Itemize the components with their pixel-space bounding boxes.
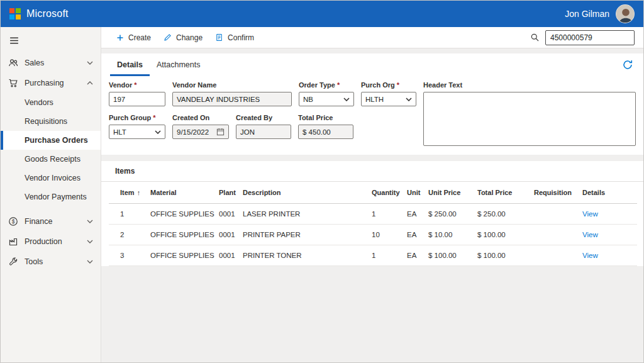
sidebar-item-vendors[interactable]: Vendors — [1, 93, 101, 112]
tab-details[interactable]: Details — [110, 53, 150, 76]
purch-group-label: Purch Group* — [109, 114, 165, 121]
create-button[interactable]: Create — [110, 31, 157, 45]
chevron-down-icon — [155, 130, 161, 134]
confirm-button[interactable]: Confirm — [209, 31, 260, 45]
col-details[interactable]: Details — [582, 182, 637, 204]
col-quantity[interactable]: Quantity — [372, 182, 407, 204]
sidebar-item-vendor-payments[interactable]: Vendor Payments — [1, 187, 101, 206]
search-input[interactable] — [545, 30, 635, 45]
tab-attachments[interactable]: Attachments — [150, 53, 207, 76]
required-asterisk: * — [134, 81, 136, 89]
required-asterisk: * — [153, 114, 155, 121]
plus-icon — [116, 34, 124, 42]
confirm-button-label: Confirm — [228, 33, 254, 42]
svg-text:$: $ — [12, 218, 15, 225]
cell-material: OFFICE SUPPLIES — [150, 245, 219, 266]
factory-icon — [8, 237, 18, 247]
sidebar-item-vendor-invoices[interactable]: Vendor Invoices — [1, 169, 101, 187]
form-row-2: Purch Group* HLT — [109, 114, 416, 139]
items-panel: Items Item↑ Material Plant — [101, 161, 643, 266]
col-total-price[interactable]: Total Price — [477, 182, 534, 204]
cell-details: View — [582, 204, 637, 225]
order-type-select[interactable]: NB — [299, 92, 354, 106]
sidebar: Sales Purchasing — [1, 27, 101, 362]
col-requisition[interactable]: Requisition — [534, 182, 582, 204]
sort-ascending-icon: ↑ — [137, 189, 141, 196]
sidebar-item-sales[interactable]: Sales — [1, 53, 101, 73]
cell-description: LASER PRINTER — [243, 204, 372, 225]
sidebar-nav: Sales Purchasing — [1, 53, 101, 272]
order-form: Vendor* Vendor Name VANDELAY INDUSTRIES — [101, 76, 643, 155]
header-text-label: Header Text — [423, 81, 636, 89]
sidebar-item-goods-receipts[interactable]: Goods Receipts — [1, 150, 101, 169]
cart-icon — [8, 78, 18, 88]
sidebar-item-requisitions[interactable]: Requisitions — [1, 112, 101, 131]
vendor-name-field: VANDELAY INDUSTRIES — [172, 92, 292, 106]
vendor-name-value: VANDELAY INDUSTRIES — [177, 96, 260, 103]
view-link[interactable]: View — [582, 252, 598, 259]
cell-unit-price: $ 250.00 — [428, 204, 477, 225]
wrench-icon — [8, 257, 18, 267]
total-price-field: $ 450.00 — [298, 125, 353, 139]
search-icon[interactable] — [530, 33, 540, 42]
col-material[interactable]: Material — [150, 182, 219, 204]
cell-unit: EA — [407, 245, 428, 266]
purch-group-select[interactable]: HLT — [109, 125, 165, 139]
items-title: Items — [101, 161, 643, 182]
refresh-icon[interactable] — [621, 58, 635, 72]
created-by-label: Created By — [236, 114, 291, 121]
total-price-label: Total Price — [298, 114, 353, 121]
cell-requisition — [534, 245, 582, 266]
col-unit[interactable]: Unit — [407, 182, 428, 204]
top-bar: Microsoft Jon Gilman — [1, 1, 643, 27]
chevron-down-icon — [87, 220, 93, 223]
chevron-down-icon — [87, 240, 93, 243]
form-row-1: Vendor* Vendor Name VANDELAY INDUSTRIES — [109, 81, 416, 106]
table-row[interactable]: 2 OFFICE SUPPLIES 0001 PRINTER PAPER 10 … — [109, 225, 637, 245]
header-text-input[interactable] — [423, 92, 636, 146]
chevron-down-icon — [87, 260, 93, 264]
header-text-field-group: Header Text — [423, 81, 636, 146]
select-value: HLT — [113, 128, 126, 136]
table-row[interactable]: 3 OFFICE SUPPLIES 0001 PRINTER TONER 1 E… — [109, 245, 637, 266]
menu-toggle-button[interactable] — [1, 30, 101, 53]
change-button-label: Change — [176, 33, 203, 42]
sidebar-subitem-label: Vendor Payments — [25, 193, 87, 201]
table-row[interactable]: 1 OFFICE SUPPLIES 0001 LASER PRINTER 1 E… — [109, 204, 637, 225]
user-avatar[interactable] — [616, 4, 635, 23]
order-details-panel: Details Attachments — [101, 53, 643, 155]
col-item[interactable]: Item↑ — [109, 182, 150, 204]
search-area — [530, 30, 635, 45]
sidebar-item-finance[interactable]: $ Finance — [1, 211, 101, 232]
table-header-row: Item↑ Material Plant Description Quantit… — [109, 182, 637, 204]
sidebar-item-purchasing[interactable]: Purchasing — [1, 73, 101, 93]
chevron-down-icon — [343, 98, 350, 101]
sidebar-item-tools[interactable]: Tools — [1, 252, 101, 272]
sidebar-subitem-label: Purchase Orders — [25, 136, 88, 145]
vendor-label: Vendor* — [109, 81, 165, 89]
required-asterisk: * — [397, 81, 399, 89]
purch-org-select[interactable]: HLTH — [361, 92, 416, 106]
created-on-label: Created On — [172, 114, 229, 121]
created-on-field: 9/15/2022 — [172, 125, 229, 139]
col-plant[interactable]: Plant — [219, 182, 243, 204]
col-unit-price[interactable]: Unit Price — [428, 182, 477, 204]
total-price-value: $ 450.00 — [303, 128, 331, 136]
change-button[interactable]: Change — [157, 31, 209, 45]
app-body: Sales Purchasing — [1, 27, 643, 362]
view-link[interactable]: View — [582, 210, 598, 218]
vendor-input[interactable] — [109, 92, 165, 106]
chevron-up-icon — [87, 81, 93, 85]
col-description[interactable]: Description — [243, 182, 372, 204]
cell-plant: 0001 — [219, 204, 243, 225]
user-area: Jon Gilman — [565, 4, 635, 23]
cell-plant: 0001 — [219, 245, 243, 266]
microsoft-logo-icon — [9, 8, 21, 20]
vendor-name-field-group: Vendor Name VANDELAY INDUSTRIES — [172, 81, 292, 106]
view-link[interactable]: View — [582, 231, 598, 238]
brand-name: Microsoft — [26, 8, 69, 20]
sidebar-item-production[interactable]: Production — [1, 232, 101, 252]
cell-requisition — [534, 204, 582, 225]
tab-bar: Details Attachments — [101, 53, 643, 76]
sidebar-item-purchase-orders[interactable]: Purchase Orders — [1, 131, 101, 150]
